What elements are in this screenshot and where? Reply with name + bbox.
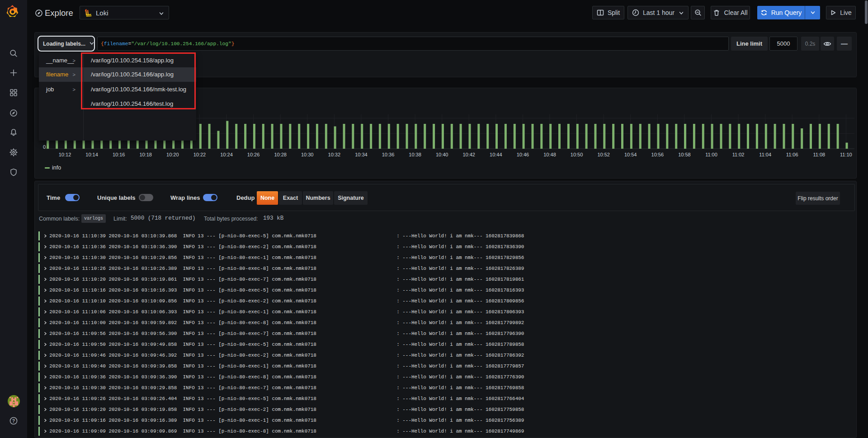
svg-text:10:56: 10:56 [651,152,664,157]
svg-text:10:24: 10:24 [220,152,233,157]
svg-text:10:52: 10:52 [597,152,610,157]
svg-text:10:14: 10:14 [85,152,98,157]
svg-text:10:20: 10:20 [166,152,179,157]
svg-text:10:54: 10:54 [624,152,637,157]
svg-text:11:10: 11:10 [840,152,852,157]
svg-text:10:26: 10:26 [247,152,260,157]
svg-text:10:28: 10:28 [274,152,287,157]
svg-text:0: 0 [43,144,46,150]
svg-text:10:38: 10:38 [409,152,421,157]
svg-text:11:08: 11:08 [813,152,825,157]
svg-text:10:32: 10:32 [328,152,341,157]
svg-text:10:48: 10:48 [543,152,556,157]
svg-text:11:00: 11:00 [705,152,717,157]
svg-text:11:02: 11:02 [732,152,745,157]
svg-text:10:30: 10:30 [301,152,314,157]
svg-text:11:04: 11:04 [759,152,771,157]
svg-text:10:22: 10:22 [193,152,206,157]
svg-text:10:40: 10:40 [436,152,448,157]
svg-text:10:18: 10:18 [139,152,152,157]
svg-text:10:16: 10:16 [113,152,125,157]
svg-text:10:12: 10:12 [59,152,71,157]
svg-text:10:36: 10:36 [382,152,395,157]
svg-text:10:34: 10:34 [355,152,368,157]
svg-text:10:46: 10:46 [517,152,529,157]
svg-text:10:42: 10:42 [462,152,475,157]
svg-text:11:06: 11:06 [786,152,798,157]
svg-text:10:58: 10:58 [678,152,691,157]
svg-text:10:50: 10:50 [571,152,583,157]
svg-text:?: ? [12,418,15,424]
svg-text:10:44: 10:44 [490,152,502,157]
